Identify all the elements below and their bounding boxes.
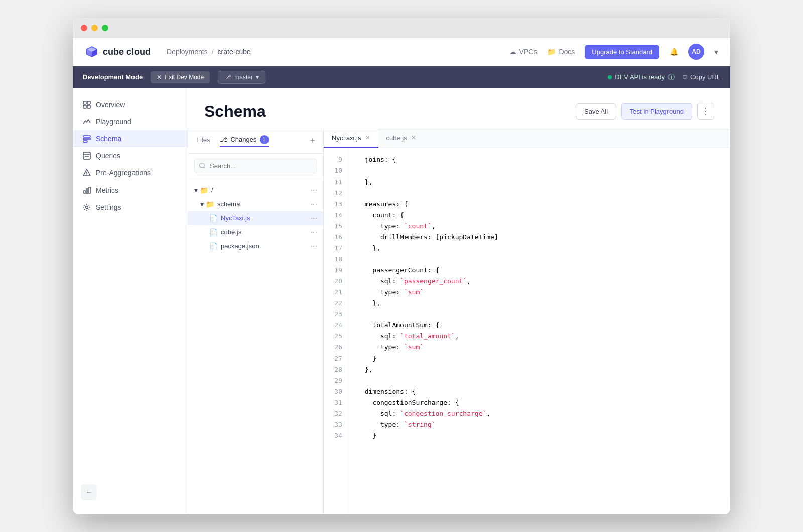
package-dots-menu[interactable]: ···: [311, 242, 317, 251]
cube-tab-label: cube.js: [386, 134, 407, 142]
file-search: [188, 154, 323, 179]
line-number: 10: [324, 165, 348, 176]
sidebar-item-settings[interactable]: Settings: [73, 199, 188, 216]
line-number: 26: [324, 342, 348, 353]
sidebar-item-metrics[interactable]: Metrics: [73, 182, 188, 199]
docs-icon: 📁: [547, 48, 556, 56]
sidebar-item-schema[interactable]: Schema: [73, 130, 188, 147]
notifications-bell[interactable]: 🔔: [670, 48, 678, 56]
breadcrumb-current[interactable]: crate-cube: [218, 48, 251, 56]
upgrade-button[interactable]: Upgrade to Standard: [585, 45, 659, 59]
code-line: }: [357, 353, 722, 364]
files-tab-label: Files: [196, 136, 210, 144]
maximize-button[interactable]: [102, 25, 108, 31]
page-title: Schema: [204, 102, 266, 121]
nav-dropdown-icon[interactable]: ▾: [714, 47, 718, 57]
info-icon[interactable]: ⓘ: [668, 73, 675, 82]
exit-dev-mode-button[interactable]: ✕ Exit Dev Mode: [151, 71, 210, 83]
metrics-icon: [83, 186, 91, 194]
line-number: 18: [324, 254, 348, 265]
line-number: 15: [324, 221, 348, 232]
code-line: sql: `passenger_count`,: [357, 276, 722, 287]
tree-item-cube[interactable]: 📄 cube.js ···: [188, 225, 323, 239]
nav-right: ☁ VPCs 📁 Docs Upgrade to Standard 🔔 AD ▾: [509, 44, 718, 60]
code-line: type: `count`,: [357, 221, 722, 232]
svg-point-20: [86, 206, 88, 208]
schema-icon: [83, 135, 91, 143]
code-line: [357, 375, 722, 386]
tree-item-schema[interactable]: ▾ 📁 schema ···: [188, 197, 323, 211]
code-content[interactable]: joins: { }, measures: { count: { type: `…: [349, 148, 730, 514]
file-search-input[interactable]: [194, 159, 317, 173]
cube-label: cube.js: [221, 228, 241, 236]
code-line: drillMembers: [pickupDatetime]: [357, 232, 722, 243]
code-line: count: {: [357, 210, 722, 221]
more-options-button[interactable]: ⋮: [697, 103, 714, 120]
code-line: dimensions: {: [357, 386, 722, 397]
root-dots-menu[interactable]: ···: [311, 186, 317, 195]
schema-dots-menu[interactable]: ···: [311, 200, 317, 209]
branch-button[interactable]: ⎇ master ▾: [218, 71, 265, 84]
code-line: passengerCount: {: [357, 265, 722, 276]
tab-changes[interactable]: ⎇ Changes 1: [220, 135, 269, 147]
copy-url-label: Copy URL: [690, 73, 720, 81]
add-file-button[interactable]: +: [310, 136, 315, 146]
tree-item-package[interactable]: 📄 package.json ···: [188, 239, 323, 253]
tree-item-root[interactable]: ▾ 📁 / ···: [188, 183, 323, 197]
package-label: package.json: [221, 242, 259, 250]
line-number: 33: [324, 419, 348, 430]
cube-tab-close[interactable]: ✕: [411, 135, 416, 141]
svg-rect-18: [86, 189, 88, 193]
schema-header: Schema Save All Test in Playground ⋮: [188, 88, 730, 129]
code-line: type: `sum`: [357, 342, 722, 353]
logo[interactable]: cube cloud: [85, 45, 151, 59]
exit-dev-label: Exit Dev Mode: [165, 74, 204, 81]
breadcrumb-parent[interactable]: Deployments: [167, 48, 208, 56]
copy-url-button[interactable]: ⧉ Copy URL: [683, 73, 720, 81]
pre-agg-icon: [83, 169, 91, 177]
docs-link[interactable]: 📁 Docs: [547, 48, 575, 56]
save-all-button[interactable]: Save All: [576, 103, 616, 120]
minimize-button[interactable]: [91, 25, 98, 31]
line-numbers: 9101112131415161718192021222324252627282…: [324, 148, 349, 514]
tree-item-nyctaxi[interactable]: 📄 NycTaxi.js ···: [188, 211, 323, 225]
code-tab-nyctaxi[interactable]: NycTaxi.js ✕: [324, 129, 378, 148]
app-window: cube cloud Deployments / crate-cube ☁ VP…: [73, 18, 730, 514]
logo-text: cube cloud: [103, 47, 151, 57]
sidebar-item-overview[interactable]: Overview: [73, 96, 188, 113]
status-dot-icon: [608, 75, 612, 79]
cube-cloud-icon: [85, 45, 99, 59]
collapse-sidebar-button[interactable]: ←: [81, 484, 97, 500]
content-split: Files ⎇ Changes 1 + ▾ �: [188, 129, 730, 514]
nyctaxi-dots-menu[interactable]: ···: [311, 214, 317, 223]
top-nav: cube cloud Deployments / crate-cube ☁ VP…: [73, 38, 730, 66]
nyctaxi-tab-close[interactable]: ✕: [365, 135, 370, 141]
cube-file-icon: 📄: [209, 228, 218, 236]
code-editor[interactable]: 9101112131415161718192021222324252627282…: [324, 148, 730, 514]
line-number: 30: [324, 386, 348, 397]
sidebar-item-playground[interactable]: Playground: [73, 113, 188, 130]
svg-rect-7: [87, 105, 90, 108]
close-button[interactable]: [81, 25, 87, 31]
sidebar-bottom: ←: [73, 478, 188, 506]
code-line: [357, 188, 722, 199]
code-tab-cube[interactable]: cube.js ✕: [378, 129, 424, 148]
sidebar-item-pre-aggregations[interactable]: Pre-Aggregations: [73, 164, 188, 182]
copy-icon: ⧉: [683, 73, 687, 81]
svg-rect-11: [83, 152, 90, 159]
test-playground-button[interactable]: Test in Playground: [621, 103, 692, 120]
code-line: joins: {: [357, 154, 722, 165]
file-browser: Files ⎇ Changes 1 + ▾ �: [188, 129, 324, 514]
line-number: 29: [324, 375, 348, 386]
avatar[interactable]: AD: [688, 44, 704, 60]
line-number: 17: [324, 243, 348, 254]
line-number: 21: [324, 287, 348, 298]
js-file-icon: 📄: [209, 214, 218, 222]
schema-folder-icon: ▾ 📁: [200, 200, 214, 208]
tab-files[interactable]: Files: [196, 136, 210, 146]
sidebar-item-queries[interactable]: Queries: [73, 147, 188, 164]
changes-icon: ⎇: [220, 136, 227, 143]
cube-dots-menu[interactable]: ···: [311, 228, 317, 237]
vpcs-link[interactable]: ☁ VPCs: [509, 48, 538, 56]
line-number: 22: [324, 298, 348, 309]
